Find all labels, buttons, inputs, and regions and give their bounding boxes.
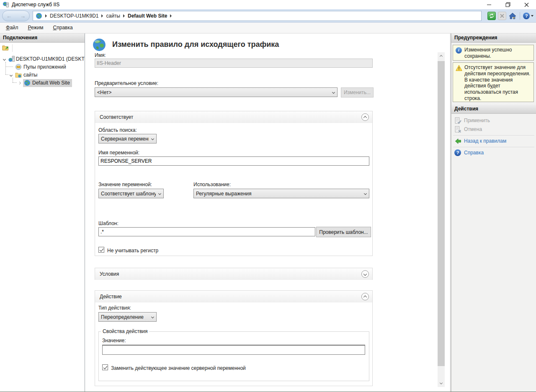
using-select[interactable]: Регулярные выражения (193, 189, 369, 198)
variable-name-input[interactable] (98, 156, 369, 166)
address-bar-buttons: ? (487, 12, 533, 20)
minimize-button[interactable] (479, 0, 498, 9)
chevron-down-icon (151, 137, 154, 140)
chevron-up-icon (440, 55, 443, 58)
pattern-label: Шаблон: (98, 220, 119, 226)
replace-existing-checkbox[interactable] (102, 364, 108, 370)
scroll-down-button[interactable] (438, 380, 445, 387)
warning-alert-text: Отсутствует значение для действия переоп… (464, 64, 531, 101)
breadcrumb-arrow-icon (123, 14, 125, 18)
server-icon (8, 56, 15, 62)
variable-value-label: Значение переменной: (98, 182, 152, 187)
warning-icon (456, 65, 462, 73)
help-button[interactable]: ? (523, 13, 533, 19)
info-alert: i Изменения успешно сохранены. (453, 45, 534, 61)
tree-item-default-web-site[interactable]: Default Web Site (0, 79, 85, 87)
test-pattern-button[interactable]: Проверить шаблон... (316, 227, 371, 237)
feature-view: Изменить правило для исходящего трафика … (85, 33, 451, 392)
restore-icon (505, 2, 510, 7)
alerts-header: Предупреждения (451, 33, 536, 43)
info-icon: i (456, 47, 462, 54)
globe-icon (24, 79, 31, 86)
window-title: Диспетчер служб IIS (12, 0, 59, 9)
back-to-rules-link[interactable]: Назад к правилам (451, 137, 536, 146)
refresh-button[interactable] (487, 12, 496, 20)
close-button[interactable] (517, 0, 536, 9)
tree-item-label: Default Web Site (32, 80, 70, 86)
breadcrumb-arrow-icon (170, 14, 172, 18)
stop-button[interactable] (498, 12, 506, 20)
page-title: Изменить правило для исходящего трафика (112, 40, 279, 49)
menu-help[interactable]: Справка (49, 23, 77, 33)
forward-icon[interactable]: → (20, 13, 26, 19)
home-icon (509, 12, 516, 20)
chevron-up-icon (363, 295, 367, 299)
pattern-input[interactable] (98, 227, 315, 236)
breadcrumb-item-default-web-site[interactable]: Default Web Site (128, 13, 167, 19)
back-arrow-icon (454, 138, 461, 146)
tree-item-server[interactable]: DESKTOP-U1MK9D1 (DESKTOP (0, 55, 85, 63)
address-bar: ← → DESKTOP-U1MK9D1 сайты Default Web Si… (0, 9, 536, 23)
breadcrumb-item-server[interactable]: DESKTOP-U1MK9D1 (50, 13, 98, 19)
selected-tree-item[interactable]: Default Web Site (23, 79, 72, 87)
precondition-label: Предварительное условие: (95, 80, 158, 86)
scope-value: Серверная переменн (101, 136, 149, 142)
precondition-value: <Нет> (97, 90, 111, 95)
warning-alert: Отсутствует значение для действия переоп… (453, 62, 534, 102)
breadcrumb-arrow-icon (45, 14, 47, 18)
divider (453, 147, 534, 147)
help-label: Справка (464, 150, 484, 156)
action-section: Действие Тип действия: Переопределение С… (95, 290, 373, 386)
scrollbar-thumb[interactable] (438, 61, 445, 366)
help-link[interactable]: ? Справка (451, 149, 536, 157)
home-button[interactable] (508, 12, 517, 20)
tree-item-sites[interactable]: сайты (0, 71, 85, 79)
edit-precondition-button[interactable]: Изменить... (341, 87, 374, 97)
divider (12, 44, 13, 52)
connections-panel: Подключения DESKTOP-U1MK9D1 (DESKTOP (0, 33, 85, 392)
right-panel: Предупреждения i Изменения успешно сохра… (451, 33, 536, 392)
back-icon[interactable]: ← (6, 13, 12, 19)
apply-action[interactable]: Применить (451, 116, 536, 125)
precondition-select[interactable]: <Нет> (95, 87, 338, 97)
actions-header: Действия (451, 105, 536, 114)
restore-button[interactable] (498, 0, 517, 9)
vertical-scrollbar[interactable] (438, 52, 445, 387)
scope-label: Область поиска: (98, 127, 137, 133)
variable-value-value: Соответствует шаблону (101, 191, 156, 197)
navigation-buttons: ← → (2, 10, 30, 21)
variable-name-label: Имя переменной: (98, 150, 139, 156)
chevron-up-icon (363, 116, 367, 119)
chevron-down-icon[interactable] (8, 72, 13, 77)
collapse-section-button[interactable] (361, 293, 369, 300)
tree-item-label: DESKTOP-U1MK9D1 (DESKTOP (16, 56, 85, 62)
chevron-right-icon[interactable] (17, 80, 22, 85)
globe-icon (36, 13, 42, 19)
cancel-action[interactable]: Отмена (451, 125, 536, 134)
expand-section-button[interactable] (361, 270, 369, 278)
refresh-icon (489, 13, 495, 19)
action-type-select[interactable]: Переопределение (98, 312, 157, 322)
variable-value-select[interactable]: Соответствует шаблону (98, 189, 164, 198)
tree-item-app-pools[interactable]: Пулы приложений (0, 63, 85, 71)
cancel-label: Отмена (464, 126, 482, 132)
menu-file[interactable]: Файл (2, 23, 22, 33)
action-value-input[interactable] (102, 345, 365, 355)
name-input[interactable] (95, 59, 373, 68)
chevron-down-icon (158, 192, 161, 195)
menu-view[interactable]: Режим (24, 23, 47, 33)
breadcrumb-item-sites[interactable]: сайты (106, 13, 120, 19)
scroll-up-button[interactable] (438, 52, 445, 59)
breadcrumb-arrow-icon (101, 14, 103, 18)
collapse-section-button[interactable] (361, 113, 369, 121)
create-connection-icon[interactable] (2, 44, 9, 51)
action-type-value: Переопределение (101, 314, 144, 320)
minimize-icon (487, 5, 491, 5)
scope-select[interactable]: Серверная переменн (98, 134, 157, 143)
apply-label: Применить (464, 118, 490, 123)
chevron-down-icon[interactable] (2, 56, 7, 61)
divider (453, 135, 534, 136)
divider (520, 12, 520, 20)
help-icon: ? (523, 13, 530, 19)
ignore-case-checkbox[interactable] (98, 247, 104, 253)
